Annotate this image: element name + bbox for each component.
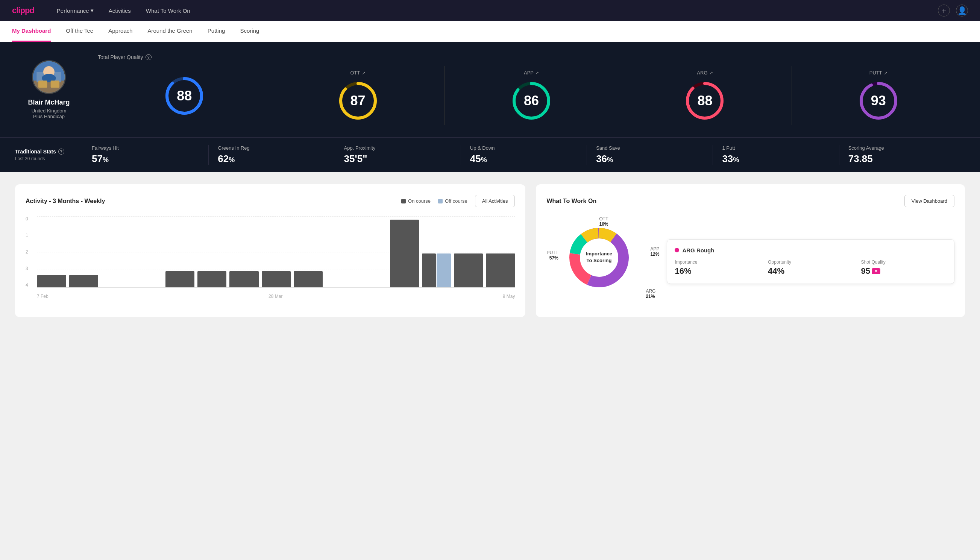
view-dashboard-button[interactable]: View Dashboard [904, 195, 954, 207]
score-card-arg: ARG ↗ 88 [618, 66, 792, 125]
all-activities-button[interactable]: All Activities [475, 195, 515, 207]
tab-putting[interactable]: Putting [208, 21, 225, 42]
logo[interactable]: clippd [12, 6, 34, 15]
svg-rect-1 [33, 80, 65, 93]
chart-y-labels: 4 3 2 1 0 [26, 216, 33, 288]
bar-on-course-5 [198, 271, 226, 287]
detail-importance: Importance 16% [675, 260, 760, 276]
bar-group-1 [69, 275, 98, 287]
bar-on-course-8 [294, 271, 323, 287]
ring-value-arg: 88 [697, 93, 712, 109]
opportunity-value: 44% [768, 266, 854, 276]
ring-putt: 93 [858, 80, 899, 122]
bar-group-4 [165, 271, 195, 287]
bar-on-course-1 [69, 275, 98, 287]
tab-scoring[interactable]: Scoring [240, 21, 259, 42]
donut-section: OTT 10% APP 12% ARG 21% PU [546, 216, 954, 307]
donut-svg-wrapper: Importance To Scoring [565, 224, 633, 293]
ring-main: 88 [163, 75, 205, 117]
bar-on-course-11 [390, 220, 419, 288]
arg-dot-icon [675, 248, 679, 252]
trad-stats-label: Traditional Stats ? Last 20 rounds [15, 148, 83, 161]
stat-fairways-hit: Fairways Hit 57% [83, 145, 209, 165]
bar-on-course-13 [454, 253, 483, 287]
main-content: Activity - 3 Months - Weekly On course O… [0, 172, 980, 329]
tab-approach[interactable]: Approach [108, 21, 132, 42]
user-button[interactable]: 👤 [956, 5, 968, 17]
stat-app-proximity: App. Proximity 35'5" [335, 145, 461, 165]
stat-items: Fairways Hit 57% Greens In Reg 62% App. … [83, 145, 965, 165]
chart-area: 4 3 2 1 0 7 Feb 28 Mar 9 May [26, 216, 515, 299]
legend-on-course: On course [401, 198, 431, 204]
detail-opportunity: Opportunity 44% [768, 260, 854, 276]
bar-on-course-7 [262, 271, 291, 287]
detail-card: ARG Rough Importance 16% Opportunity 44%… [667, 239, 954, 284]
bar-on-course-14 [486, 253, 515, 287]
player-country: United Kingdom [32, 108, 67, 113]
player-handicap: Plus Handicap [33, 113, 65, 119]
score-label-app: APP ↗ [524, 70, 539, 76]
bar-off-course-12 [437, 253, 451, 287]
ring-value-app: 86 [524, 93, 539, 109]
bar-group-13 [454, 253, 483, 287]
nav-activities[interactable]: Activities [109, 8, 131, 14]
score-card-main: 88 [98, 66, 271, 125]
x-labels: 7 Feb 28 Mar 9 May [37, 294, 515, 299]
bar-on-course-0 [37, 275, 66, 287]
bar-group-5 [198, 271, 226, 287]
ring-arg: 88 [684, 80, 725, 122]
bar-on-course-6 [230, 271, 258, 287]
activity-card: Activity - 3 Months - Weekly On course O… [15, 184, 525, 317]
segment-label-arg: ARG 21% [646, 288, 656, 299]
tab-off-the-tee[interactable]: Off the Tee [66, 21, 93, 42]
score-label-ott: OTT ↗ [351, 70, 366, 76]
trad-stats-help-icon[interactable]: ? [58, 148, 64, 155]
score-cards: 88 OTT ↗ 87 AP [98, 66, 965, 125]
bar-group-6 [230, 271, 258, 287]
activity-legend: On course Off course [401, 198, 468, 204]
bar-group-8 [294, 271, 323, 287]
workon-card-header: What To Work On View Dashboard [546, 195, 954, 207]
bar-group-11 [390, 220, 419, 288]
nav-what-to-work-on[interactable]: What To Work On [146, 8, 190, 14]
shot-quality-value: 95 ▼ [861, 266, 947, 276]
nav-performance[interactable]: Performance ▾ [57, 7, 94, 14]
bar-group-14 [486, 253, 515, 287]
score-label-arg: ARG ↗ [697, 70, 713, 76]
bar-group-0 [37, 275, 66, 287]
detail-shot-quality: Shot Quality 95 ▼ [861, 260, 947, 276]
chart-bars [37, 216, 515, 288]
bar-group-7 [262, 271, 291, 287]
tabs-bar: My Dashboard Off the Tee Approach Around… [0, 21, 980, 42]
add-button[interactable]: ＋ [938, 5, 950, 17]
importance-value: 16% [675, 266, 760, 276]
ring-value-main: 88 [177, 88, 192, 104]
ring-ott: 87 [337, 80, 379, 122]
ring-value-ott: 87 [351, 93, 366, 109]
svg-text:To Scoring: To Scoring [587, 258, 612, 263]
bar-on-course-4 [165, 271, 195, 287]
segment-label-putt: PUTT 57% [546, 250, 558, 261]
legend-off-course: Off course [438, 198, 468, 204]
tab-around-the-green[interactable]: Around the Green [147, 21, 192, 42]
score-card-putt: PUTT ↗ 93 [792, 66, 965, 125]
tab-my-dashboard[interactable]: My Dashboard [12, 21, 51, 42]
nav-icons: ＋ 👤 [938, 5, 968, 17]
total-quality-label: Total Player Quality ? [98, 54, 965, 60]
shot-quality-badge: ▼ [872, 268, 880, 274]
player-info: Blair McHarg United Kingdom Plus Handica… [15, 60, 83, 119]
player-name: Blair McHarg [28, 98, 70, 107]
ring-value-putt: 93 [871, 93, 886, 109]
stat-one-putt: 1 Putt 33% [713, 145, 839, 165]
svg-rect-6 [51, 80, 60, 88]
scores-section: Total Player Quality ? 88 OTT ↗ [98, 54, 965, 125]
bar-on-course-12 [422, 253, 436, 287]
stat-up-and-down: Up & Down 45% [461, 145, 587, 165]
bar-group-12 [422, 253, 451, 287]
top-nav: clippd Performance ▾ Activities What To … [0, 0, 980, 21]
avatar [32, 60, 66, 94]
help-icon[interactable]: ? [146, 54, 151, 60]
donut-area: OTT 10% APP 12% ARG 21% PU [546, 216, 659, 307]
stat-scoring-average: Scoring Average 73.85 [839, 145, 965, 165]
stat-sand-save: Sand Save 36% [587, 145, 713, 165]
